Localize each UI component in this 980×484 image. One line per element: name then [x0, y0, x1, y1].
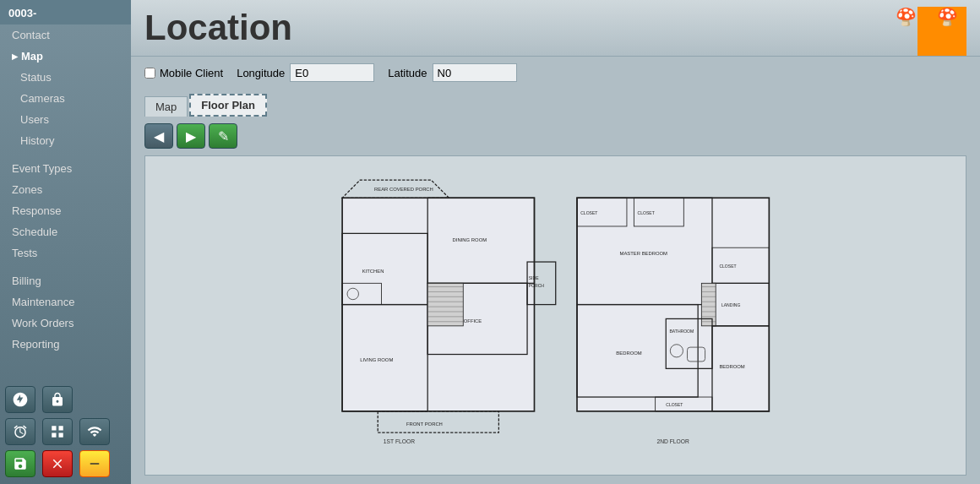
svg-rect-39: [701, 283, 716, 326]
minus-icon-btn[interactable]: [79, 450, 110, 477]
sidebar-item-history[interactable]: History: [0, 130, 131, 151]
sidebar-item-tests[interactable]: Tests: [0, 242, 131, 264]
svg-text:CLOSET: CLOSET: [666, 402, 683, 407]
grid-icon-btn[interactable]: [42, 418, 73, 445]
controls-row: Mobile Client Longitude Latitude: [131, 57, 980, 89]
sidebar-item-response[interactable]: Response: [0, 200, 131, 221]
mushroom-icon-right: 🍄: [937, 7, 958, 27]
sidebar-item-cameras[interactable]: Cameras: [0, 88, 131, 109]
sidebar-item-billing[interactable]: Billing: [0, 270, 131, 291]
svg-rect-16: [427, 283, 463, 326]
sidebar-item-event-types[interactable]: Event Types: [0, 158, 131, 179]
floor-plan-svg: REAR COVERED PORCH KITCHEN DINING ROOM S…: [307, 177, 804, 447]
svg-text:CLOSET: CLOSET: [637, 209, 654, 215]
wifi-icon-btn[interactable]: [5, 386, 35, 413]
page-title: Location: [144, 8, 966, 47]
floor-plan-display: REAR COVERED PORCH KITCHEN DINING ROOM S…: [144, 155, 966, 476]
sidebar-item-zones[interactable]: Zones: [0, 179, 131, 200]
mobile-client-text: Mobile Client: [160, 67, 223, 79]
svg-text:BATHROOM: BATHROOM: [669, 329, 694, 334]
icon-row-3: [5, 450, 126, 477]
mushroom-icon-left: 🍄: [896, 7, 917, 27]
longitude-group: Longitude: [237, 63, 374, 82]
save-icon-btn[interactable]: [5, 450, 35, 477]
svg-text:DINING ROOM: DINING ROOM: [452, 237, 487, 242]
svg-text:LIVING ROOM: LIVING ROOM: [360, 357, 393, 362]
back-button[interactable]: ◀: [144, 123, 173, 149]
sidebar-item-schedule[interactable]: Schedule: [0, 221, 131, 242]
svg-text:FRONT PORCH: FRONT PORCH: [406, 421, 443, 426]
svg-text:KITCHEN: KITCHEN: [362, 268, 384, 273]
sidebar-item-map[interactable]: Map: [0, 46, 131, 67]
content-area: Map Floor Plan ◀ ▶ ✎ REAR COVERED PORCH …: [131, 89, 980, 484]
svg-text:LANDING: LANDING: [721, 302, 741, 307]
signal-icon-btn[interactable]: [79, 418, 110, 445]
latitude-label: Latitude: [388, 67, 427, 79]
svg-text:CLOSET: CLOSET: [719, 263, 736, 268]
svg-text:MASTER BEDROOM: MASTER BEDROOM: [619, 250, 667, 255]
longitude-input[interactable]: [290, 63, 374, 82]
latitude-input[interactable]: [433, 63, 517, 82]
floor-plan-toolbar: ◀ ▶ ✎: [144, 123, 966, 149]
svg-text:BEDROOM: BEDROOM: [616, 350, 641, 355]
icon-row-1: [5, 386, 126, 413]
tab-bar: Map Floor Plan: [144, 94, 966, 117]
svg-text:PORCH: PORCH: [529, 282, 545, 287]
longitude-label: Longitude: [237, 67, 285, 79]
account-id: 0003-: [0, 0, 131, 24]
svg-text:SIDE: SIDE: [529, 275, 539, 280]
sidebar-item-work-orders[interactable]: Work Orders: [0, 313, 131, 334]
page-header: Location 🍄 🍄: [131, 0, 980, 57]
alarm-icon-btn[interactable]: [5, 418, 35, 445]
sidebar-item-contact[interactable]: Contact: [0, 24, 131, 46]
bottom-icons: [0, 379, 131, 484]
sidebar-item-users[interactable]: Users: [0, 109, 131, 130]
sidebar: 0003- Contact Map Status Cameras Users H…: [0, 0, 131, 484]
svg-text:2ND FLOOR: 2ND FLOOR: [656, 438, 689, 443]
svg-text:REAR COVERED PORCH: REAR COVERED PORCH: [374, 186, 433, 191]
forward-button[interactable]: ▶: [177, 123, 205, 149]
mobile-client-checkbox[interactable]: [144, 68, 155, 79]
tab-map[interactable]: Map: [144, 96, 188, 117]
svg-text:1ST FLOOR: 1ST FLOOR: [384, 438, 415, 443]
edit-button[interactable]: ✎: [209, 123, 237, 149]
lock-icon-btn[interactable]: [42, 386, 73, 413]
svg-text:BEDROOM: BEDROOM: [719, 364, 744, 369]
sidebar-item-maintenance[interactable]: Maintenance: [0, 291, 131, 313]
icon-row-2: [5, 418, 126, 445]
svg-text:CLOSET: CLOSET: [580, 209, 597, 215]
sidebar-item-status[interactable]: Status: [0, 67, 131, 88]
sidebar-item-reporting[interactable]: Reporting: [0, 334, 131, 355]
cancel-icon-btn[interactable]: [42, 450, 73, 477]
main-content: Location 🍄 🍄 Mobile Client Longitude Lat…: [131, 0, 980, 484]
tab-floor-plan[interactable]: Floor Plan: [189, 94, 267, 117]
latitude-group: Latitude: [388, 63, 516, 82]
mobile-client-label[interactable]: Mobile Client: [144, 67, 223, 79]
